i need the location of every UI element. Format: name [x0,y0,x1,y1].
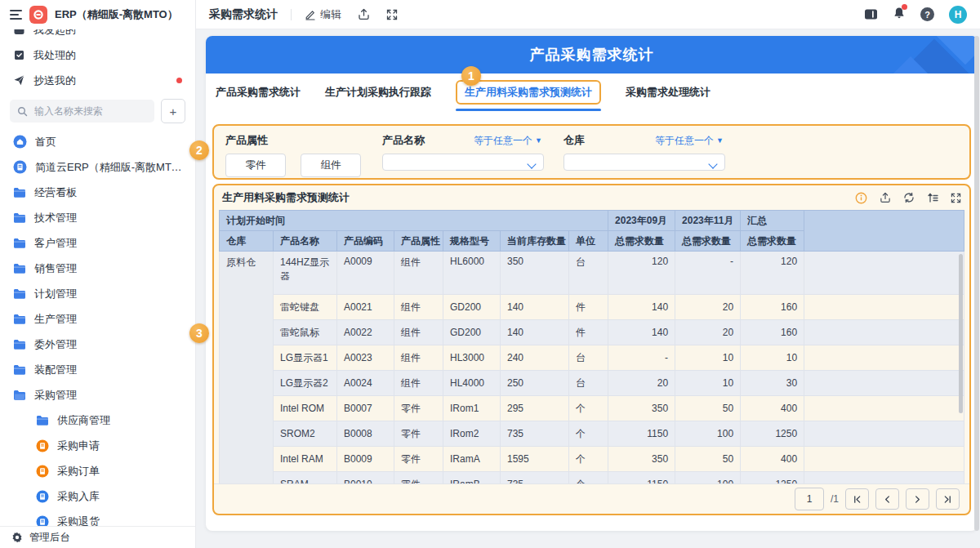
sidebar-item-purchase-mgmt[interactable]: 采购管理 [0,382,195,408]
cell-code: A0022 [337,320,394,345]
column-header[interactable]: 产品属性 [394,231,443,252]
sidebar-item-folder[interactable]: 供应商管理 [0,408,195,433]
sidebar-purchase-children: 供应商管理采购申请采购订单采购入库采购退货 [0,408,195,527]
admin-backend-button[interactable]: 管理后台 [0,526,195,548]
sidebar-item-folder[interactable]: 技术管理 [0,205,195,230]
annotation-step-2: 2 [189,140,209,160]
form-doc-icon [36,439,49,452]
column-header[interactable]: 单位 [569,231,608,252]
table-row[interactable]: 原料仓144HZ显示器A0009组件HL6000350台120-120 [220,252,964,295]
sidebar-item-form[interactable]: 采购申请 [0,433,195,458]
tab-2[interactable]: 生产计划采购执行跟踪 [325,74,431,111]
cell-total: 120 [741,252,804,295]
sidebar-item-workspace[interactable]: 简道云ERP（精细版-离散MTO）「... [0,154,195,180]
cell-attr: 零件 [394,472,443,484]
cell-m1: 350 [608,396,675,421]
column-header[interactable]: 总需求数量 [608,231,675,252]
table-row[interactable]: 雷蛇键盘A0021组件GD200140件14020160 [220,295,964,320]
column-header[interactable]: 产品编码 [337,231,394,252]
cell-attr: 组件 [394,345,443,371]
page-number-input[interactable] [795,488,824,510]
cell-name: 雷蛇鼠标 [274,320,337,345]
sidebar-item-my-initiated[interactable]: 我发起的 [0,29,195,42]
filter-option-assembly-button[interactable]: 组件 [301,154,361,177]
forecast-table-panel: 生产用料采购需求预测统计 [212,184,971,515]
sidebar-item-form[interactable]: 采购订单 [0,458,195,483]
caret-down-icon: ▼ [716,136,724,145]
sidebar-item-folder[interactable]: 计划管理 [0,281,195,306]
sidebar-item-folder[interactable]: 销售管理 [0,256,195,281]
first-page-button[interactable] [845,488,869,510]
info-icon[interactable] [855,192,867,204]
app-logo-icon[interactable] [29,6,47,24]
sidebar-item-cc-me[interactable]: 抄送我的 [0,68,195,93]
warehouse-select[interactable] [564,154,725,171]
cell-name: 雷蛇键盘 [274,295,337,320]
search-input-box[interactable] [10,100,154,123]
sidebar-item-folder[interactable]: 经营看板 [0,180,195,205]
sidebar-item-folder[interactable]: 委外管理 [0,332,195,357]
column-header[interactable]: 当前库存数量 [501,231,569,252]
tab-label: 产品采购需求统计 [216,85,301,100]
column-header[interactable]: 产品名称 [274,231,337,252]
sidebar-item-my-todo[interactable]: 我处理的 [0,42,195,68]
filter-option-part-button[interactable]: 零件 [225,154,286,177]
table-row[interactable]: SROM2B0008零件IRom2735个11501001250 [220,421,964,447]
cell-attr: 组件 [394,252,443,295]
sidebar-item-folder[interactable]: 客户管理 [0,230,195,256]
tab-1[interactable]: 产品采购需求统计 [216,74,301,111]
sidebar-item-label: 供应商管理 [57,413,110,428]
edit-button[interactable]: 编辑 [305,7,341,22]
panel-toggle-icon[interactable] [864,8,878,20]
table-scrollbar[interactable] [959,254,963,413]
display-settings-icon[interactable] [927,192,938,203]
table-row[interactable]: SRAMB0010零件IRamB735个11501001250 [220,472,964,484]
hamburger-menu-icon[interactable] [10,10,22,19]
table-row[interactable]: Intel ROMB0007零件IRom1295个35050400 [220,396,964,421]
folder-icon [13,238,26,249]
table-row[interactable]: 雷蛇鼠标A0022组件GD200140件14020160 [220,320,964,345]
cell-filler [804,396,964,421]
filter-product-attribute: 产品属性 零件 组件 [225,133,361,171]
prev-page-button[interactable] [875,488,899,510]
sidebar-item-form[interactable]: 采购退货 [0,509,195,527]
next-page-button[interactable] [906,488,929,510]
product-name-select[interactable] [382,154,544,171]
month-header: 2023年09月 [608,211,675,231]
table-scroll-area[interactable]: 计划开始时间 2023年09月 2023年11月 汇总 仓库产品名称产品编码产品… [219,210,964,483]
fullscreen-icon [386,9,398,20]
column-header[interactable]: 规格型号 [443,231,501,252]
page-scrollbar[interactable] [974,36,979,531]
sidebar-item-home[interactable]: 首页 [0,129,195,154]
table-row[interactable]: LG显示器1A0023组件HL3000240台-1010 [220,345,964,371]
cell-m2: 100 [675,421,741,447]
add-app-button[interactable]: + [161,99,185,123]
cell-m1: 1150 [608,472,675,484]
sidebar-item-folder[interactable]: 生产管理 [0,306,195,332]
filter-operator-dropdown[interactable]: 等于任意一个 ▼ [655,134,724,148]
table-row[interactable]: LG显示器2A0024组件HL4000250台201030 [220,371,964,396]
cell-stock: 735 [501,421,569,447]
cell-filler [804,252,964,295]
send-icon [13,74,25,87]
refresh-icon[interactable] [903,192,915,203]
help-icon[interactable]: ? [920,7,934,21]
column-header[interactable]: 总需求数量 [741,231,804,252]
fullscreen-icon[interactable] [951,193,961,203]
cell-attr: 组件 [394,295,443,320]
notifications-button[interactable] [893,7,906,23]
fullscreen-button[interactable] [386,9,398,20]
sidebar-item-form[interactable]: 采购入库 [0,483,195,509]
filter-operator-dropdown[interactable]: 等于任意一个 ▼ [474,134,542,148]
column-header[interactable]: 总需求数量 [675,231,741,252]
column-header[interactable]: 仓库 [220,231,274,252]
search-input[interactable] [33,105,147,118]
last-page-button[interactable] [936,488,960,510]
export-icon[interactable] [880,192,891,203]
share-button[interactable] [358,8,370,20]
tab-4[interactable]: 采购需求处理统计 [626,74,710,111]
user-avatar[interactable]: H [949,6,967,24]
sidebar-item-folder[interactable]: 装配管理 [0,357,195,382]
table-row[interactable]: Intel RAMB0009零件IRamA1595个35050400 [220,447,964,472]
cell-code: A0009 [337,252,394,295]
